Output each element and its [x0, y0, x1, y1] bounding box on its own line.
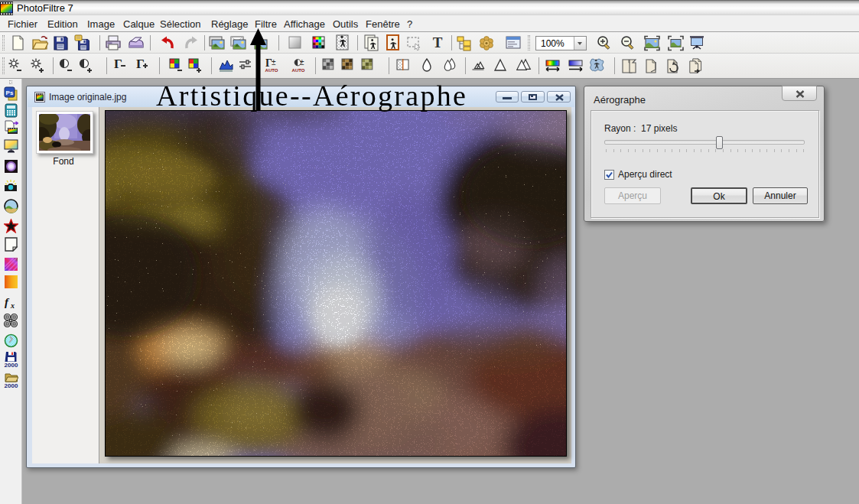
svg-text:AUTO: AUTO: [292, 68, 305, 73]
svg-text:x: x: [10, 301, 15, 310]
svg-text:2000: 2000: [5, 362, 18, 368]
svg-text:Γ: Γ: [114, 57, 122, 71]
svg-text:Γ: Γ: [136, 57, 145, 71]
svg-text:T: T: [433, 34, 443, 50]
svg-text:f: f: [5, 296, 10, 308]
svg-text:±: ±: [300, 58, 304, 67]
svg-text:2000: 2000: [5, 382, 18, 389]
svg-text:Ps: Ps: [6, 89, 14, 96]
